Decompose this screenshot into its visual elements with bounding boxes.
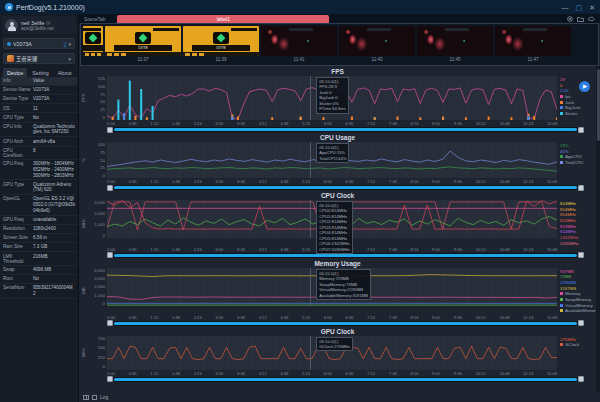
- x-tick: 7:12: [367, 371, 375, 377]
- chart-range-scrollbar[interactable]: [107, 185, 584, 190]
- scrollbar-handle-right[interactable]: [578, 127, 584, 133]
- legend-item[interactable]: Stutter: [560, 111, 594, 116]
- plot-area[interactable]: 05:10.0(1) Memory:729MB SwapMemory:73MB …: [107, 268, 557, 306]
- legend-label: GClock: [565, 342, 579, 347]
- scrollbar-handle-left[interactable]: [107, 252, 113, 258]
- screenshot-thumbnail[interactable]: 57/7811:37: [105, 26, 181, 63]
- legend-item[interactable]: TotalCPU: [560, 160, 594, 165]
- device-select[interactable]: V2073A ▯ ▾: [3, 38, 75, 49]
- x-tick: 4:48: [280, 315, 288, 321]
- legend-item[interactable]: fps: [560, 94, 594, 99]
- legend-label: SwapMemory: [565, 297, 591, 302]
- legend-item[interactable]: AvailableMemory: [560, 308, 594, 313]
- vertical-scrollbar-thumb[interactable]: [597, 69, 600, 141]
- device-select-value: V2073A: [13, 41, 61, 47]
- table-row: RootNo: [1, 275, 77, 284]
- minimize-button[interactable]: —: [562, 4, 569, 11]
- screenshot-thumbnail[interactable]: 11:41: [261, 26, 337, 63]
- screenshot-thumbnail[interactable]: 11:43: [339, 26, 415, 63]
- score-topbar: [83, 28, 101, 31]
- legend-item[interactable]: GClock: [560, 342, 594, 347]
- legend-item[interactable]: Jank: [560, 100, 594, 105]
- item-slot: [107, 53, 112, 56]
- screenshot-thumbnail[interactable]: 11:45: [417, 26, 493, 63]
- x-tick: 0:36: [129, 371, 137, 377]
- x-tick: 7:48: [389, 247, 397, 253]
- legend-item[interactable]: BigJank: [560, 105, 594, 110]
- row-info: GPU Type: [3, 182, 33, 193]
- screenshot-thumbnail[interactable]: 57/7811:39: [183, 26, 259, 63]
- legend-label: BigJank: [565, 105, 580, 110]
- close-button[interactable]: ✕: [589, 4, 595, 11]
- log-checkbox[interactable]: [92, 395, 97, 400]
- legend-column: 907MB72MB2190MB3187MBMemorySwapMemoryVir…: [557, 268, 594, 314]
- plot-area[interactable]: 05:10.0(1) CPU0:814MHz CPU1:814MHz CPU2:…: [107, 200, 557, 238]
- legend-label: fps: [565, 94, 571, 99]
- row-info: Ram Size: [3, 244, 33, 250]
- table-row: Screen Size6.56 in: [1, 234, 77, 243]
- legend-label: AppCPU: [565, 154, 582, 159]
- maximize-button[interactable]: ▢: [576, 4, 583, 11]
- scene-screenshot: [417, 26, 493, 56]
- scene-tab-label1[interactable]: label1: [117, 15, 329, 23]
- y-tick: 3,000: [94, 276, 105, 281]
- legend-current-value: 814MHz: [560, 229, 594, 234]
- y-tick: 25: [100, 165, 105, 170]
- cloud-icon[interactable]: [588, 16, 595, 22]
- row-value: 4096 MB: [33, 267, 75, 273]
- score-topbar: [231, 28, 257, 31]
- y-axis-ticks: 1007550250: [88, 142, 107, 178]
- table-header: Info Value: [1, 77, 77, 86]
- tab-device[interactable]: Device: [3, 68, 27, 77]
- scrollbar-handle-right[interactable]: [578, 252, 584, 258]
- chart-range-scrollbar[interactable]: [107, 127, 584, 132]
- plot-row: %100755025005:10.0(1) AppCPU:15% TotalCP…: [81, 142, 594, 178]
- chart-tooltip: 05:10.0(1) CPU0:814MHz CPU1:814MHz CPU2:…: [316, 201, 352, 254]
- screenshot-thumbnail[interactable]: [83, 26, 103, 63]
- gallery-icon[interactable]: [83, 395, 89, 400]
- tab-setting[interactable]: Setting: [28, 68, 53, 77]
- legend-item[interactable]: AppCPU: [560, 154, 594, 159]
- perfdog-logo-icon: [5, 3, 13, 11]
- scrollbar-handle-right[interactable]: [578, 376, 584, 382]
- legend-item[interactable]: SwapMemory: [560, 297, 594, 302]
- legend-swatch: [560, 161, 563, 164]
- screenshot-thumbnail[interactable]: 11:47: [495, 26, 571, 63]
- vertical-scrollbar[interactable]: [596, 66, 600, 392]
- scrollbar-handle-left[interactable]: [107, 127, 113, 133]
- scene-hud: [289, 28, 313, 31]
- user-card[interactable]: neil 3elife⟳ acsi@3elife.net: [2, 16, 76, 34]
- row-value: 6.56 in: [33, 235, 75, 241]
- header-info: Info: [3, 78, 33, 84]
- legend-swatch: [560, 112, 563, 115]
- legend-item[interactable]: Memory: [560, 291, 594, 296]
- x-tick: 10:48: [499, 315, 509, 321]
- chart-range-scrollbar[interactable]: [107, 377, 584, 382]
- plot-area[interactable]: 05:10.0(1) GClock:275MHz: [107, 336, 557, 370]
- plot-area[interactable]: 05:10.0(1) AppCPU:15% TotalCPU:44%: [107, 142, 557, 178]
- table-row: LMK Threshold216MB: [1, 252, 77, 265]
- folder-icon[interactable]: [577, 16, 584, 22]
- x-tick: 10:48: [499, 371, 509, 377]
- record-icon[interactable]: [567, 16, 573, 22]
- legend-current-value: 2190MB: [560, 280, 594, 285]
- legend-item[interactable]: VirtualMemory: [560, 303, 594, 308]
- app-select[interactable]: 王者荣耀 ▾: [3, 53, 75, 64]
- scene-screenshot: [495, 26, 571, 56]
- x-tick: 1:48: [172, 315, 180, 321]
- y-tick: 0: [103, 115, 105, 120]
- chart-range-scrollbar[interactable]: [107, 321, 584, 326]
- thumbnail-timestamp: 11:39: [183, 56, 259, 63]
- play-button[interactable]: ▶: [579, 81, 590, 92]
- scrollbar-handle-right[interactable]: [578, 320, 584, 326]
- perfdog-window: PerfDog(v5.1.210000) — ▢ ✕ neil 3elife⟳ …: [0, 0, 600, 402]
- scrollbar-handle-left[interactable]: [107, 320, 113, 326]
- tab-about[interactable]: About: [54, 68, 76, 77]
- scrollbar-handle-left[interactable]: [107, 185, 113, 191]
- play-icon: ▶: [583, 84, 587, 90]
- y-tick: 75: [100, 150, 105, 155]
- row-value: No: [33, 276, 75, 282]
- scrollbar-handle-right[interactable]: [578, 185, 584, 191]
- scrollbar-handle-left[interactable]: [107, 376, 113, 382]
- plot-area[interactable]: 05:10.0(1) FPS:28.9 Jank:0 BigJank:0 Stu…: [107, 76, 557, 120]
